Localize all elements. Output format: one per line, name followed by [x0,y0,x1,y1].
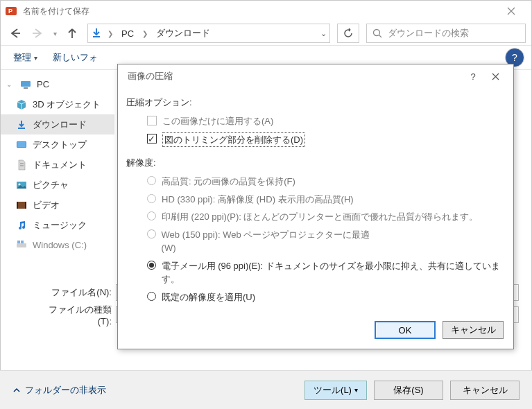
drive-icon [16,240,27,251]
help-icon: ? [470,71,475,82]
videos-icon [16,200,27,211]
radio-web-150[interactable]: Web (150 ppi): Web ページやプロジェクターに最適(W) [126,228,376,255]
crumb-downloads[interactable]: ダウンロード [153,26,213,41]
cancel-label: キャンセル [451,324,496,336]
chevron-right-icon: ❯ [141,30,149,37]
tools-button[interactable]: ツール(L) ▾ [304,381,367,400]
pc-icon [20,79,31,90]
back-button[interactable] [6,25,23,42]
dialog-title: 画像の圧縮 [128,70,462,82]
tree-item-desktop[interactable]: デスクトップ [1,134,114,155]
footer: フォルダーの非表示 ツール(L) ▾ 保存(S) キャンセル [0,370,532,409]
dialog-buttons: OK キャンセル [118,314,513,349]
ok-button[interactable]: OK [375,321,436,339]
organize-button[interactable]: 整理▾ [8,49,43,67]
option-label: 図のトリミング部分を削除する(D) [162,132,305,148]
tree-item-pictures[interactable]: ピクチャ [1,175,114,195]
titlebar: P 名前を付けて保存 [1,1,531,21]
hide-folders-label: フォルダーの非表示 [25,384,106,397]
save-label: 保存(S) [393,384,423,397]
folder-tree: ⌄ PC 3D オブジェクト ダウンロード デスクトップ ドキュメント [1,70,115,277]
radio-hd-330[interactable]: HD (330 ppi): 高解像度 (HD) 表示用の高品質(H) [126,193,505,207]
tree-item-3d[interactable]: 3D オブジェクト [1,94,114,114]
organize-label: 整理 [13,52,31,62]
pictures-icon [16,180,27,191]
radio-icon [147,229,156,238]
arrow-right-icon [31,26,45,40]
download-icon [16,119,27,130]
new-folder-label: 新しいフォ [53,52,98,62]
tree-item-videos[interactable]: ビデオ [1,195,114,215]
svg-line-6 [379,35,382,38]
radio-icon [147,194,156,203]
chevron-down-icon: ▾ [34,54,37,62]
svg-point-5 [374,30,380,36]
app-icon: P [5,5,17,17]
dialog-cancel-button[interactable]: キャンセル [443,321,504,339]
search-input[interactable]: ダウンロードの検索 [366,24,526,43]
navbar: ▾ ❯ PC ❯ ダウンロード ⌄ ダウンロードの検索 [1,21,531,45]
radio-print-220[interactable]: 印刷用 (220 ppi)(P): ほとんどのプリンターと画面で優れた品質が得ら… [126,210,505,224]
search-icon [372,28,382,38]
close-button[interactable] [495,1,527,21]
history-dropdown[interactable]: ▾ [53,30,57,37]
resolution-section-heading: 解像度: [126,157,505,169]
refresh-button[interactable] [337,24,359,43]
svg-rect-18 [25,202,26,209]
tree-item-pc[interactable]: ⌄ PC [1,74,114,94]
checkbox-delete-trimmed[interactable]: 図のトリミング部分を削除する(D) [126,132,505,148]
radio-default[interactable]: 既定の解像度を適用(U) [126,290,505,304]
filename-label: ファイル名(N): [40,286,116,299]
hide-folders-button[interactable]: フォルダーの非表示 [12,384,106,397]
svg-rect-20 [17,241,20,243]
radio-email-96[interactable]: 電子メール用 (96 ppi)(E): ドキュメントのサイズを最小限に抑え、共有… [126,259,505,286]
close-icon [507,7,515,15]
svg-text:P: P [8,8,12,15]
option-label: 既定の解像度を適用(U) [162,290,255,304]
up-button[interactable] [64,25,80,42]
dialog-close-button[interactable] [484,67,506,86]
chevron-down-icon[interactable]: ⌄ [320,29,327,38]
compress-dialog: 画像の圧縮 ? 圧縮オプション: この画像だけに適用する(A) 図のトリミング部… [117,64,514,349]
tree-label: ビデオ [33,199,60,211]
close-icon [492,73,499,80]
cancel-label: キャンセル [463,384,508,397]
checkbox-icon [147,116,157,125]
arrow-up-icon [66,27,78,40]
tree-label: ダウンロード [33,119,87,131]
music-icon [16,220,27,231]
radio-icon [147,292,156,301]
crumb-pc[interactable]: PC [119,27,137,40]
collapse-icon[interactable]: ⌄ [6,80,12,88]
tree-item-documents[interactable]: ドキュメント [1,155,114,175]
option-label: Web (150 ppi): Web ページやプロジェクターに最適(W) [162,228,376,255]
refresh-icon [343,28,353,38]
download-icon [91,27,102,40]
radio-icon [147,176,156,185]
question-icon: ? [512,52,517,63]
chevron-up-icon [12,386,21,394]
save-button[interactable]: 保存(S) [374,381,443,400]
tree-item-music[interactable]: ミュージック [1,215,114,235]
tools-label: ツール(L) [314,384,352,397]
cancel-button[interactable]: キャンセル [450,381,520,400]
chevron-down-icon: ▾ [354,386,358,394]
svg-rect-16 [17,202,26,209]
ok-label: OK [399,325,412,336]
dialog-help-button[interactable]: ? [462,67,484,86]
option-label: 印刷用 (220 ppi)(P): ほとんどのプリンターと画面で優れた品質が得ら… [162,210,478,224]
forward-button[interactable] [30,25,46,42]
dialog-titlebar: 画像の圧縮 ? [118,64,513,88]
arrow-left-icon [8,26,22,40]
tree-label: ミュージック [33,219,87,232]
tree-item-windows-c[interactable]: Windows (C:) [1,235,114,255]
new-folder-button[interactable]: 新しいフォ [47,49,103,67]
checkbox-apply-this-only[interactable]: この画像だけに適用する(A) [126,114,505,128]
radio-high-quality[interactable]: 高品質: 元の画像の品質を保持(F) [126,175,505,189]
option-label: HD (330 ppi): 高解像度 (HD) 表示用の高品質(H) [162,193,354,207]
tree-item-downloads[interactable]: ダウンロード [1,114,114,134]
breadcrumb[interactable]: ❯ PC ❯ ダウンロード ⌄ [87,24,330,43]
option-label: 高品質: 元の画像の品質を保持(F) [162,175,295,189]
option-label: この画像だけに適用する(A) [162,114,273,128]
svg-rect-11 [17,142,26,147]
